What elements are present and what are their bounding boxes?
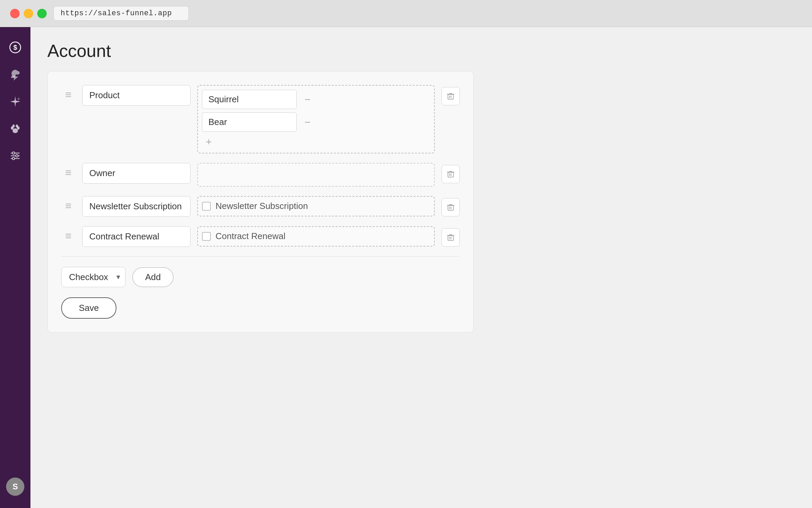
- svg-point-10: [13, 152, 15, 154]
- checkbox-contract[interactable]: [202, 232, 211, 241]
- browser-chrome: https://sales-funnel.app: [0, 0, 812, 27]
- svg-rect-28: [66, 206, 71, 207]
- close-button[interactable]: [10, 9, 20, 18]
- svg-rect-13: [66, 92, 71, 93]
- svg-rect-15: [66, 96, 71, 97]
- field-value-squirrel[interactable]: [202, 90, 297, 109]
- field-value-row-squirrel: −: [202, 90, 430, 109]
- field-row-owner: [61, 163, 460, 187]
- page: Account −: [30, 27, 812, 346]
- app-layout: $: [0, 27, 812, 508]
- field-name-product[interactable]: [82, 85, 190, 106]
- sidebar-icon-sparkle[interactable]: [0, 88, 30, 115]
- checkbox-row-newsletter: Newsletter Subscription: [202, 201, 430, 211]
- field-row-product: − − +: [61, 85, 460, 153]
- sidebar: $: [0, 27, 30, 508]
- svg-rect-14: [66, 94, 71, 96]
- svg-rect-35: [66, 236, 71, 237]
- checkbox-row-contract: Contract Renewal: [202, 231, 430, 241]
- field-values-contract: Contract Renewal: [197, 226, 435, 247]
- user-avatar[interactable]: S: [6, 478, 24, 496]
- field-name-newsletter[interactable]: [82, 196, 190, 217]
- sidebar-bottom: S: [6, 478, 24, 501]
- svg-rect-20: [66, 170, 71, 171]
- type-select-wrapper: Checkbox Text Number Date: [61, 267, 126, 287]
- page-title: Account: [47, 41, 795, 61]
- delete-owner-button[interactable]: [442, 165, 460, 183]
- svg-rect-34: [66, 234, 71, 235]
- form-card: − − +: [47, 71, 474, 333]
- address-bar[interactable]: https://sales-funnel.app: [53, 6, 189, 21]
- add-product-value-button[interactable]: +: [202, 135, 216, 149]
- sidebar-icon-storm[interactable]: [0, 61, 30, 88]
- minimize-button[interactable]: [24, 9, 33, 18]
- delete-contract-button[interactable]: [442, 228, 460, 247]
- svg-point-5: [13, 125, 15, 128]
- checkbox-label-newsletter: Newsletter Subscription: [216, 201, 308, 211]
- svg-rect-22: [66, 174, 71, 175]
- add-field-button[interactable]: Add: [132, 267, 174, 287]
- field-name-contract[interactable]: [82, 226, 190, 247]
- field-values-owner: [197, 163, 435, 187]
- save-button[interactable]: Save: [61, 297, 116, 319]
- main-content: Account −: [30, 27, 812, 508]
- traffic-lights: [10, 9, 47, 18]
- bottom-toolbar: Checkbox Text Number Date Add: [61, 267, 460, 287]
- drag-handle-product[interactable]: [61, 88, 75, 102]
- drag-handle-owner[interactable]: [61, 166, 75, 180]
- sidebar-icon-paw[interactable]: [0, 115, 30, 142]
- remove-squirrel-button[interactable]: −: [301, 93, 314, 106]
- sidebar-icon-dollar[interactable]: $: [0, 34, 30, 61]
- svg-rect-36: [66, 237, 71, 238]
- remove-bear-button[interactable]: −: [301, 115, 314, 129]
- field-value-bear[interactable]: [202, 112, 297, 132]
- svg-text:$: $: [13, 44, 17, 51]
- delete-product-button[interactable]: [442, 87, 460, 105]
- sidebar-icon-sliders[interactable]: [0, 142, 30, 169]
- maximize-button[interactable]: [37, 9, 47, 18]
- svg-point-2: [13, 128, 18, 133]
- svg-point-11: [16, 155, 18, 157]
- drag-handle-contract[interactable]: [61, 229, 75, 243]
- field-values-product: − − +: [197, 85, 435, 153]
- field-row-contract: Contract Renewal: [61, 226, 460, 247]
- drag-handle-newsletter[interactable]: [61, 199, 75, 213]
- svg-rect-29: [66, 207, 71, 208]
- checkbox-label-contract: Contract Renewal: [216, 231, 286, 241]
- checkbox-newsletter[interactable]: [202, 202, 211, 211]
- field-values-newsletter: Newsletter Subscription: [197, 196, 435, 216]
- field-value-row-bear: −: [202, 112, 430, 132]
- delete-newsletter-button[interactable]: [442, 198, 460, 216]
- svg-point-12: [13, 157, 15, 160]
- svg-rect-21: [66, 172, 71, 173]
- type-select[interactable]: Checkbox Text Number Date: [61, 267, 126, 287]
- divider: [61, 256, 460, 257]
- svg-point-6: [16, 125, 18, 128]
- svg-rect-27: [66, 204, 71, 205]
- field-name-owner[interactable]: [82, 163, 190, 184]
- field-row-newsletter: Newsletter Subscription: [61, 196, 460, 217]
